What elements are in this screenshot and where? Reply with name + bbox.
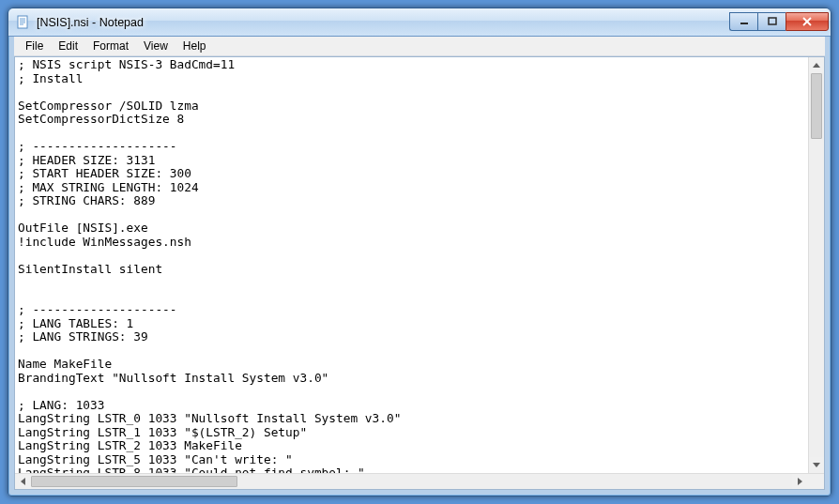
horizontal-scrollbar[interactable]	[15, 473, 824, 489]
app-icon	[16, 15, 31, 30]
minimize-button[interactable]	[729, 12, 757, 31]
menubar: File Edit Format View Help	[14, 37, 825, 56]
scroll-left-button[interactable]	[15, 474, 31, 489]
vertical-scroll-track[interactable]	[809, 73, 824, 457]
scroll-down-button[interactable]	[809, 457, 824, 473]
window-title: [NSIS].nsi - Notepad	[37, 16, 729, 29]
chevron-down-icon	[813, 463, 820, 467]
app-window: [NSIS].nsi - Notepad File Edit Format Vi…	[8, 8, 831, 496]
vertical-scroll-thumb[interactable]	[811, 73, 822, 139]
maximize-button[interactable]	[757, 12, 786, 31]
scroll-corner	[808, 474, 824, 489]
maximize-icon	[768, 17, 777, 26]
window-controls	[729, 13, 829, 31]
horizontal-scroll-track[interactable]	[31, 474, 792, 489]
minimize-icon	[740, 17, 749, 26]
svg-rect-5	[740, 23, 748, 24]
menu-view[interactable]: View	[136, 37, 175, 55]
close-icon	[801, 17, 813, 26]
scroll-up-button[interactable]	[809, 57, 824, 73]
horizontal-scroll-thumb[interactable]	[31, 476, 237, 487]
menu-format[interactable]: Format	[85, 37, 136, 55]
titlebar[interactable]: [NSIS].nsi - Notepad	[8, 8, 831, 37]
close-button[interactable]	[786, 12, 829, 31]
chevron-right-icon	[798, 478, 802, 485]
menu-edit[interactable]: Edit	[51, 37, 85, 55]
svg-rect-6	[769, 18, 776, 24]
text-editor[interactable]: ; NSIS script NSIS-3 BadCmd=11 ; Install…	[15, 57, 808, 473]
menu-help[interactable]: Help	[175, 37, 214, 55]
vertical-scrollbar[interactable]	[808, 57, 824, 473]
menu-file[interactable]: File	[18, 37, 51, 55]
chevron-up-icon	[813, 63, 820, 68]
scroll-right-button[interactable]	[792, 474, 808, 489]
client-area: ; NSIS script NSIS-3 BadCmd=11 ; Install…	[14, 56, 825, 490]
chevron-left-icon	[21, 478, 25, 485]
